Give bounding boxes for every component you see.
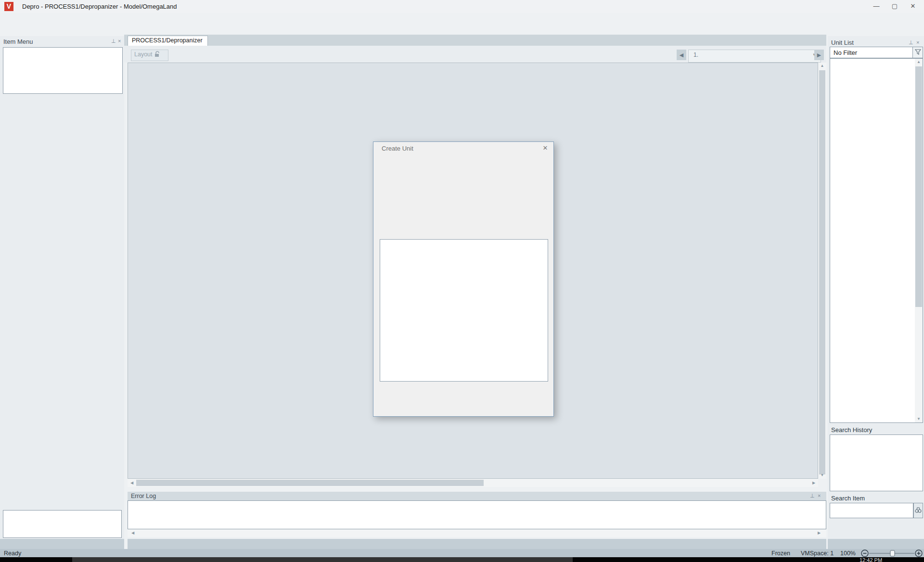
- search-history-box[interactable]: [830, 434, 923, 491]
- canvas-vscrollbar[interactable]: ▲ ▼: [818, 63, 826, 479]
- document-tab-strip: [124, 35, 826, 46]
- dialog-title-bar[interactable]: Create Unit ✕: [373, 142, 553, 154]
- dialog-close-icon[interactable]: ✕: [538, 142, 553, 154]
- filter-icon: [915, 49, 921, 55]
- menu-bar: [0, 13, 924, 24]
- pin-icon[interactable]: ⊥: [111, 38, 116, 44]
- application-window: V Depro - PROCESS1/Depropanizer - Model/…: [0, 0, 924, 562]
- filter-display: No Filter: [830, 47, 913, 58]
- view-selector-dropdown[interactable]: 1. ▼: [688, 50, 821, 63]
- parameter-table: [380, 239, 548, 382]
- taskbar-segment: [72, 557, 573, 562]
- filter-button[interactable]: [912, 47, 923, 58]
- title-bar: V Depro - PROCESS1/Depropanizer - Model/…: [0, 0, 924, 13]
- dialog-title: Create Unit: [382, 145, 413, 152]
- search-button[interactable]: [913, 503, 923, 518]
- binoculars-icon: [915, 507, 922, 513]
- canvas-hscrollbar[interactable]: ◀ ▶: [128, 479, 818, 487]
- create-unit-dialog: Create Unit ✕: [373, 141, 554, 417]
- item-menu-panel: Item Menu ⊥ ×: [0, 36, 124, 539]
- nav-prev-button[interactable]: ◀: [677, 50, 686, 60]
- nav-next-button[interactable]: ▶: [814, 50, 824, 60]
- error-log-content: [128, 500, 826, 529]
- pin-icon[interactable]: ⊥: [909, 39, 913, 46]
- canvas-toolbar: Layout ◀ 1. ▼ ▶: [124, 46, 826, 63]
- status-zoom-level: 100%: [840, 550, 856, 557]
- close-panel-icon[interactable]: ×: [818, 493, 821, 498]
- close-panel-icon[interactable]: ×: [118, 38, 121, 44]
- close-button[interactable]: ✕: [906, 1, 920, 11]
- taskbar-clock: 12:42 PM: [860, 557, 882, 562]
- unit-list-scrollbar[interactable]: ▲ ▼: [915, 59, 923, 422]
- status-frozen: Frozen: [771, 550, 790, 557]
- right-bottom-tabs: [828, 539, 924, 549]
- zoom-slider[interactable]: [860, 549, 923, 557]
- unit-list: [830, 58, 923, 423]
- item-menu-footer-box: [3, 510, 122, 538]
- log-tabs: [128, 539, 826, 549]
- item-menu-title: Item Menu: [3, 38, 33, 45]
- unit-list-panel: Unit List ⊥ × No Filter ▲ ▼ Search Histo…: [828, 36, 924, 539]
- minimize-button[interactable]: —: [870, 1, 883, 11]
- search-history-label: Search History: [831, 426, 872, 434]
- status-vmspace: VMSpace: 1: [801, 550, 834, 557]
- app-logo: V: [4, 2, 13, 11]
- close-panel-icon[interactable]: ×: [916, 39, 919, 45]
- window-title: Depro - PROCESS1/Depropanizer - Model/Om…: [22, 3, 177, 10]
- pin-icon[interactable]: ⊥: [810, 493, 815, 499]
- equipment-tree: [3, 47, 123, 94]
- unit-list-title: Unit List: [831, 39, 854, 46]
- search-item-label: Search Item: [831, 495, 865, 502]
- status-bar: Ready Frozen VMSpace: 1 100%: [0, 549, 924, 557]
- search-input[interactable]: [830, 503, 913, 518]
- unlock-icon: [154, 51, 160, 57]
- error-log-header: Error Log ⊥ ×: [128, 492, 826, 500]
- error-log-title: Error Log: [128, 493, 156, 499]
- os-taskbar[interactable]: 12:42 PM: [0, 557, 924, 562]
- error-log-hscrollbar[interactable]: ◀ ▶: [128, 529, 826, 537]
- layout-button[interactable]: Layout: [131, 50, 168, 61]
- left-bottom-tabs: [0, 539, 124, 549]
- status-ready: Ready: [4, 550, 21, 557]
- maximize-button[interactable]: ▢: [888, 1, 901, 11]
